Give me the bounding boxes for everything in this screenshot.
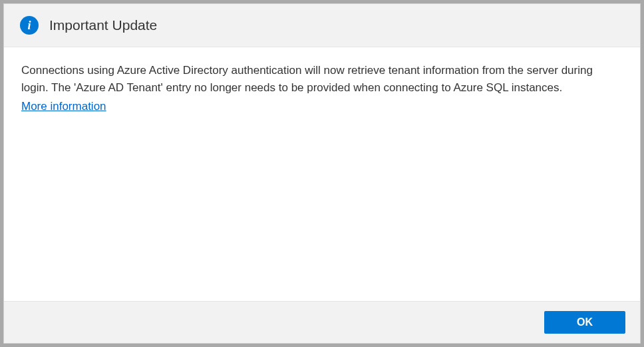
dialog-footer: OK	[4, 301, 640, 343]
dialog-content: Connections using Azure Active Directory…	[4, 47, 640, 301]
dialog-title: Important Update	[49, 17, 157, 33]
dialog: i Important Update Connections using Azu…	[3, 3, 641, 344]
more-information-link[interactable]: More information	[21, 100, 106, 113]
ok-button[interactable]: OK	[544, 311, 625, 334]
info-icon: i	[20, 16, 39, 35]
dialog-header: i Important Update	[4, 4, 640, 47]
message-text: Connections using Azure Active Directory…	[21, 62, 623, 97]
